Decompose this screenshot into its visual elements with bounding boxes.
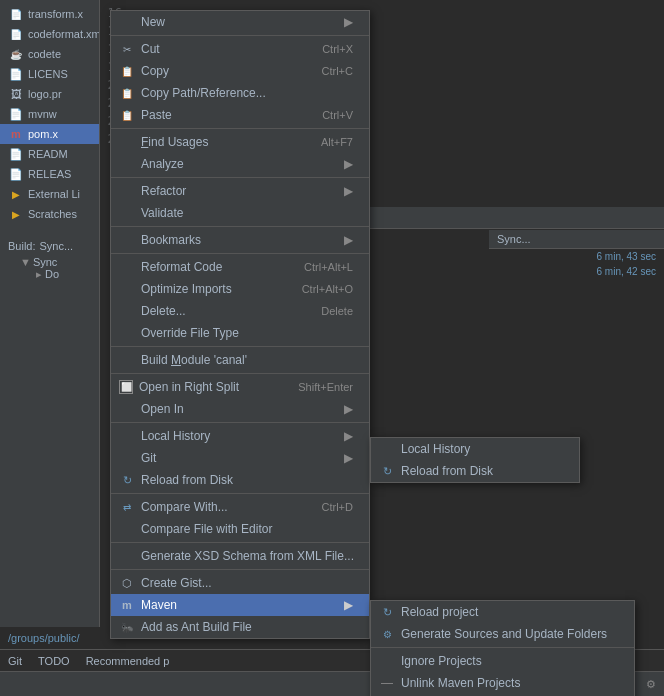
arrow-icon: ▶: [344, 429, 353, 443]
validate-icon: [119, 205, 135, 221]
menu-item-maven[interactable]: m Maven ▶: [111, 594, 369, 616]
menu-item-build-module[interactable]: Build Module 'canal': [111, 349, 369, 371]
arrow-icon: ▶: [344, 598, 353, 612]
menu-item-new[interactable]: New ▶: [111, 11, 369, 33]
maven-icon: m: [119, 597, 135, 613]
menu-item-reload-disk[interactable]: ↻ Reload from Disk: [111, 469, 369, 491]
menu-item-delete[interactable]: Delete... Delete: [111, 300, 369, 322]
menu-item-paste[interactable]: 📋 Paste Ctrl+V: [111, 104, 369, 126]
maven-unlink[interactable]: — Unlink Maven Projects: [371, 672, 634, 694]
sidebar-item-license[interactable]: 📄 LICENS: [0, 64, 99, 84]
separator-2: [111, 128, 369, 129]
sidebar-item-external[interactable]: ▶ External Li: [0, 184, 99, 204]
file-icon: 📄: [8, 166, 24, 182]
sidebar-item-logo[interactable]: 🖼 logo.pr: [0, 84, 99, 104]
separator-8: [111, 422, 369, 423]
menu-item-reformat[interactable]: Reformat Code Ctrl+Alt+L: [111, 256, 369, 278]
arrow-icon: ▶: [344, 157, 353, 171]
arrow-icon: ▶: [344, 15, 353, 29]
ignore-icon: [379, 653, 395, 669]
separator-11: [111, 569, 369, 570]
sidebar-item-pom[interactable]: m pom.x: [0, 124, 99, 144]
sidebar-item-mvnw[interactable]: 📄 mvnw: [0, 104, 99, 124]
unlink-icon: —: [379, 675, 395, 691]
gist-icon: ⬡: [119, 575, 135, 591]
bookmark-icon: [119, 232, 135, 248]
java-icon: ☕: [8, 46, 24, 62]
menu-item-generate-xsd[interactable]: Generate XSD Schema from XML File...: [111, 545, 369, 567]
maven-generate-sources[interactable]: ⚙ Generate Sources and Update Folders: [371, 623, 634, 645]
menu-item-find-usages[interactable]: Find Usages Alt+F7: [111, 131, 369, 153]
image-icon: 🖼: [8, 86, 24, 102]
separator-3: [111, 177, 369, 178]
settings-icon: ⚙: [646, 678, 656, 691]
maven-icon: m: [8, 126, 24, 142]
menu-item-compare-editor[interactable]: Compare File with Editor: [111, 518, 369, 540]
menu-item-copy[interactable]: 📋 Copy Ctrl+C: [111, 60, 369, 82]
xml-icon: 📄: [8, 6, 24, 22]
xml-icon: 📄: [8, 26, 24, 42]
reload-icon: ↻: [119, 472, 135, 488]
reload-icon: ↻: [379, 463, 395, 479]
menu-item-optimize[interactable]: Optimize Imports Ctrl+Alt+O: [111, 278, 369, 300]
menu-item-copy-path[interactable]: 📋 Copy Path/Reference...: [111, 82, 369, 104]
menu-item-bookmarks[interactable]: Bookmarks ▶: [111, 229, 369, 251]
sidebar-item-readme[interactable]: 📄 READM: [0, 144, 99, 164]
separator-1: [111, 35, 369, 36]
submenu-show-history[interactable]: Local History: [371, 438, 579, 460]
menu-item-add-ant[interactable]: 🐜 Add as Ant Build File: [111, 616, 369, 638]
file-icon: 📄: [8, 66, 24, 82]
separator-4: [111, 226, 369, 227]
sidebar-item-transform[interactable]: 📄 transform.x: [0, 4, 99, 24]
sync-time-2: 6 min, 42 sec: [489, 264, 664, 279]
sidebar: 📄 transform.x 📄 codeformat.xml ☕ codete …: [0, 0, 100, 696]
folder-icon: ▶: [8, 206, 24, 222]
reload-icon: ↻: [379, 604, 395, 620]
paste-icon: 📋: [119, 107, 135, 123]
arrow-icon: ▶: [344, 402, 353, 416]
compare-editor-icon: [119, 521, 135, 537]
sidebar-item-release[interactable]: 📄 RELEAS: [0, 164, 99, 184]
file-icon: 📄: [8, 106, 24, 122]
menu-item-cut[interactable]: ✂ Cut Ctrl+X: [111, 38, 369, 60]
separator-6: [111, 346, 369, 347]
build-section: Build: Sync... ▼ Sync ▸ Do: [0, 236, 99, 285]
menu-item-compare-with[interactable]: ⇄ Compare With... Ctrl+D: [111, 496, 369, 518]
submenu-reload-disk[interactable]: ↻ Reload from Disk: [371, 460, 579, 482]
build-icon: [119, 352, 135, 368]
menu-item-override-type[interactable]: Override File Type: [111, 322, 369, 344]
maven-reload-project[interactable]: ↻ Reload project: [371, 601, 634, 623]
sync-tree: ▼ Sync ▸ Do: [8, 256, 91, 281]
find-icon: [119, 134, 135, 150]
sidebar-item-codete[interactable]: ☕ codete: [0, 44, 99, 64]
sync-bar: Sync...: [489, 230, 664, 249]
menu-item-local-history[interactable]: Local History ▶: [111, 425, 369, 447]
sidebar-item-codeformat[interactable]: 📄 codeformat.xml: [0, 24, 99, 44]
folder-icon: ▶: [8, 186, 24, 202]
sync-times: Sync... 6 min, 43 sec 6 min, 42 sec: [489, 230, 664, 279]
menu-item-refactor[interactable]: Refactor ▶: [111, 180, 369, 202]
menu-item-open-right[interactable]: ⬜ Open in Right Split Shift+Enter: [111, 376, 369, 398]
menu-item-analyze[interactable]: Analyze ▶: [111, 153, 369, 175]
build-label: Build: Sync...: [8, 240, 91, 252]
menu-item-create-gist[interactable]: ⬡ Create Gist...: [111, 572, 369, 594]
arrow-icon: ▶: [344, 184, 353, 198]
menu-item-validate[interactable]: Validate: [111, 202, 369, 224]
menu-item-git[interactable]: Git ▶: [111, 447, 369, 469]
sync-time-1: 6 min, 43 sec: [489, 249, 664, 264]
generate-icon: ⚙: [379, 626, 395, 642]
sidebar-item-scratches[interactable]: ▶ Scratches: [0, 204, 99, 224]
file-icon: 📄: [8, 146, 24, 162]
local-history-submenu: Local History ↻ Reload from Disk: [370, 437, 580, 483]
type-icon: [119, 325, 135, 341]
ant-icon: 🐜: [119, 619, 135, 635]
separator-9: [111, 493, 369, 494]
optimize-icon: [119, 281, 135, 297]
reformat-icon: [119, 259, 135, 275]
maven-ignore-projects[interactable]: Ignore Projects: [371, 650, 634, 672]
menu-item-open-in[interactable]: Open In ▶: [111, 398, 369, 420]
sync-sub[interactable]: ▸ Do: [20, 268, 91, 281]
sync-item[interactable]: ▼ Sync: [20, 256, 91, 268]
arrow-icon: ▶: [344, 451, 353, 465]
delete-icon: [119, 303, 135, 319]
